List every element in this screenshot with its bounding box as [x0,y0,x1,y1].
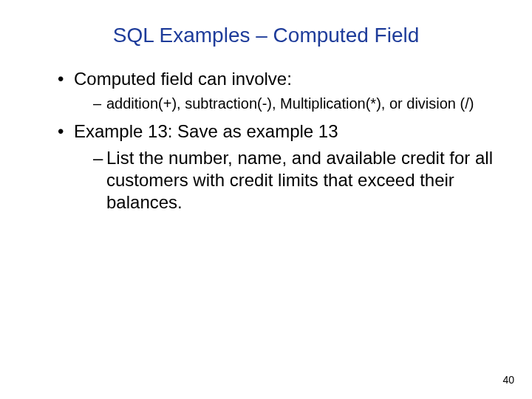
slide: SQL Examples – Computed Field Computed f… [0,0,532,399]
page-number: 40 [502,374,514,386]
sub-list: List the number, name, and available cre… [74,147,495,214]
bullet-text: Computed field can involve: [74,69,292,89]
bullet-item: Example 13: Save as example 13 List the … [58,120,495,214]
bullet-item: Computed field can involve: addition(+),… [58,68,495,113]
slide-title: SQL Examples – Computed Field [37,24,495,47]
sub-text: addition(+), subtraction(-), Multiplicat… [106,95,474,112]
sub-item: addition(+), subtraction(-), Multiplicat… [93,95,495,113]
bullet-list: Computed field can involve: addition(+),… [37,68,495,214]
sub-list: addition(+), subtraction(-), Multiplicat… [74,95,495,113]
sub-text: List the number, name, and available cre… [106,148,493,212]
sub-item: List the number, name, and available cre… [93,147,495,214]
bullet-text: Example 13: Save as example 13 [74,121,338,141]
